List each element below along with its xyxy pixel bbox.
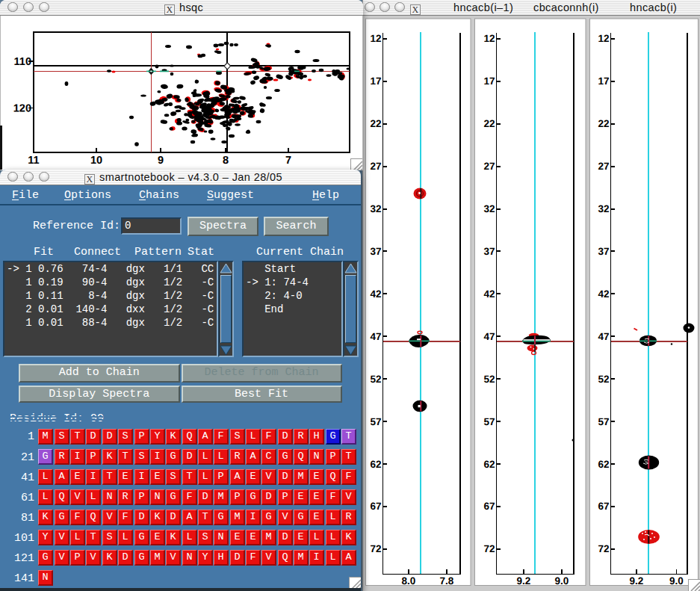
svg-text:42: 42 (483, 288, 495, 300)
svg-text:9: 9 (158, 154, 164, 166)
svg-text:47: 47 (370, 331, 381, 342)
svg-text:47: 47 (598, 331, 609, 342)
svg-text:42: 42 (598, 288, 609, 300)
svg-text:52: 52 (598, 374, 609, 385)
svg-text:32: 32 (483, 203, 495, 214)
svg-text:62: 62 (483, 459, 495, 470)
svg-text:17: 17 (483, 75, 495, 87)
svg-text:12: 12 (370, 33, 381, 44)
svg-text:22: 22 (370, 118, 381, 129)
svg-text:27: 27 (598, 161, 609, 172)
svg-text:32: 32 (370, 203, 381, 214)
svg-text:7.8: 7.8 (440, 575, 454, 587)
svg-text:22: 22 (483, 118, 495, 129)
svg-text:12: 12 (598, 33, 609, 44)
svg-text:72: 72 (598, 543, 609, 554)
svg-text:9.0: 9.0 (555, 575, 569, 587)
svg-text:37: 37 (370, 246, 381, 257)
svg-text:62: 62 (370, 459, 381, 470)
svg-text:32: 32 (598, 203, 609, 214)
svg-text:8.0: 8.0 (402, 575, 416, 587)
svg-text:52: 52 (483, 374, 495, 385)
svg-text:67: 67 (483, 501, 495, 512)
svg-text:12: 12 (483, 33, 495, 44)
svg-text:47: 47 (483, 331, 495, 342)
svg-text:11: 11 (28, 154, 39, 166)
svg-text:52: 52 (370, 374, 381, 385)
svg-text:57: 57 (370, 416, 381, 427)
svg-text:8: 8 (223, 154, 229, 166)
svg-text:9.0: 9.0 (669, 575, 684, 587)
svg-text:72: 72 (483, 543, 495, 554)
svg-text:9.2: 9.2 (517, 575, 531, 587)
svg-text:42: 42 (370, 288, 381, 300)
svg-text:67: 67 (370, 501, 381, 512)
svg-text:27: 27 (483, 161, 495, 172)
svg-text:120: 120 (13, 102, 31, 114)
svg-text:17: 17 (370, 75, 381, 87)
svg-text:62: 62 (598, 459, 609, 470)
svg-text:72: 72 (370, 543, 381, 554)
svg-text:37: 37 (598, 246, 609, 257)
svg-text:27: 27 (370, 161, 381, 172)
svg-text:22: 22 (598, 118, 609, 129)
svg-text:37: 37 (483, 246, 495, 257)
svg-text:10: 10 (90, 154, 102, 166)
svg-text:110: 110 (14, 55, 31, 67)
svg-text:7: 7 (285, 154, 291, 166)
svg-text:57: 57 (598, 416, 609, 427)
svg-text:17: 17 (598, 75, 609, 87)
svg-text:9.2: 9.2 (630, 575, 644, 587)
svg-text:67: 67 (598, 501, 609, 512)
svg-text:57: 57 (483, 416, 495, 427)
